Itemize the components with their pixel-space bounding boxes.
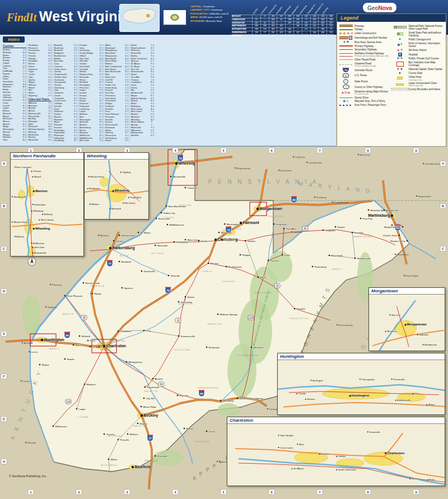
fact-label: NICKNAME: — [190, 20, 205, 22]
inset-city-label: Weirton — [35, 189, 48, 193]
county-name-label: MCDOWELL — [101, 464, 119, 467]
inset-city-label: Wheeling — [35, 227, 50, 230]
city-label: Philippi — [242, 254, 250, 257]
mileage-row-city: HUNTINGTON — [232, 22, 252, 25]
mileage-value: 133 — [302, 15, 310, 18]
legend-item: Auto Ferry; Passenger Ferry — [338, 104, 391, 106]
legend-item-text: County Seat — [409, 72, 445, 74]
city-dot — [329, 255, 330, 257]
out-of-state-city-dot — [278, 170, 279, 171]
inset-city-label: Bethany — [44, 213, 53, 216]
inset-city-dot — [33, 228, 35, 230]
legend-item: ◆ ◇Wayside Stop, Port of Entry — [338, 100, 391, 103]
entry-name: Wyoming — [29, 95, 38, 97]
legend-item-sublabel: Check conditions locally — [354, 65, 391, 67]
inset-city-label: Morgantown — [407, 323, 427, 326]
inset-city-dot — [423, 344, 424, 345]
city-dot — [168, 275, 170, 277]
inset-city-dot — [128, 197, 129, 198]
county-name-label: LOGAN — [77, 416, 88, 418]
entry-name: Mill Creek — [80, 139, 89, 142]
inset-city-label: Milton — [428, 403, 435, 406]
city-label: Sophia — [140, 422, 148, 425]
out-of-state-city-dot — [45, 306, 46, 307]
inset-city-dot — [12, 222, 13, 223]
inset-city-label: Wheeling — [115, 189, 130, 192]
city-dot — [245, 240, 246, 242]
city-dot — [174, 241, 175, 243]
city-dot — [122, 287, 123, 289]
inset-city-label: West Liberty — [41, 218, 54, 221]
inset-city-dot — [426, 404, 427, 405]
inset-city-label: Barboursville — [397, 399, 411, 402]
entry-ref: F-3 — [49, 95, 52, 97]
city-label: Bridgeport — [224, 239, 236, 241]
city-dot — [224, 223, 226, 225]
mileage-value: 215 — [326, 25, 335, 27]
inset-city-dot — [319, 454, 320, 455]
city-label: Paw Paw — [363, 217, 374, 220]
out-of-state-city-dot — [98, 235, 99, 236]
legend-item: 70Interstate Route — [338, 68, 391, 72]
mileage-value: 156 — [293, 18, 302, 21]
city-label: Pennsboro — [176, 241, 188, 244]
city-dot — [141, 414, 143, 417]
inset-city-dot — [360, 379, 361, 380]
legend-item: Multilane Divided HighwayPrimary and sec… — [338, 52, 391, 57]
interstate-shield: 64 — [199, 390, 204, 397]
inset-city-label: Cross Lanes — [280, 446, 293, 449]
urb-symbol — [393, 77, 408, 80]
city-label: Mount Hope — [143, 405, 157, 408]
sth-symbol: 2 — [338, 79, 353, 84]
legend-item: ?Point of Interest; Information Center — [393, 42, 445, 48]
way-symbol: ◆ ◇ — [338, 100, 353, 103]
county-name-label: HARDY — [332, 268, 342, 271]
poi-symbol: ? — [393, 43, 408, 46]
city-label: Cameron — [188, 186, 198, 189]
city-label: Davis — [284, 254, 291, 257]
mileage-value: 288 — [285, 18, 293, 21]
mileage-row-city: BECKLEY — [232, 15, 252, 18]
interstate-shield: 64 — [64, 332, 70, 339]
grid-col-label-bottom: 8 — [365, 489, 371, 495]
inset-city-dot — [90, 204, 91, 205]
city-dot — [360, 218, 362, 220]
us-route-shield: 35 — [81, 315, 87, 320]
svg-text:1: 1 — [30, 149, 31, 152]
inset-city-dot — [123, 203, 124, 204]
city-label: Weston — [211, 262, 219, 265]
svg-text:35: 35 — [82, 316, 86, 319]
city-dot — [240, 254, 241, 256]
city-dot — [126, 361, 128, 363]
city-label: Beckley — [144, 413, 158, 418]
county-name-label: RITCHIE — [151, 253, 165, 255]
city-label: Williamson — [55, 425, 67, 428]
city-dot — [407, 240, 408, 242]
city-dot — [391, 214, 393, 217]
inset-title-huntington: Huntington — [278, 353, 445, 360]
grid-col-label-top: 5 — [221, 148, 226, 153]
svg-text:A: A — [442, 162, 444, 165]
prim-symbol — [338, 45, 353, 46]
dist-symbol: ◆ 24 ◆ — [338, 91, 353, 94]
fact-label: AREA: — [190, 16, 199, 18]
inset-city-dot — [32, 247, 33, 248]
city-dot — [323, 230, 324, 231]
out-of-state-city-label: Ashland — [24, 342, 33, 344]
grid-row-label-left: A — [1, 161, 7, 166]
multi-symbol — [338, 53, 353, 57]
inset-city-label: Sabraton — [419, 333, 428, 336]
out-of-state-city-dot — [306, 162, 307, 163]
legend-item: ★★National Capital; State Capital — [393, 68, 445, 71]
mileage-row-city: WHEELING — [232, 35, 252, 38]
legend-item-label: Small State Park with/without Camping — [409, 31, 445, 37]
county-name-label: NICHOLAS — [174, 349, 190, 351]
legend-item-label: Other Paved Road — [354, 58, 391, 61]
legend-item-label: Box Indicates Inset Map Coverage — [409, 61, 445, 67]
us-route-shield: 119 — [66, 399, 71, 404]
mileage-value: 115 — [326, 31, 335, 34]
legend-item: Large Incorporated CitiesState maps only — [393, 82, 445, 87]
legend-item: Under Construction — [338, 32, 391, 35]
city-dot — [282, 254, 283, 256]
grid-col-label-top: 7 — [317, 148, 323, 153]
